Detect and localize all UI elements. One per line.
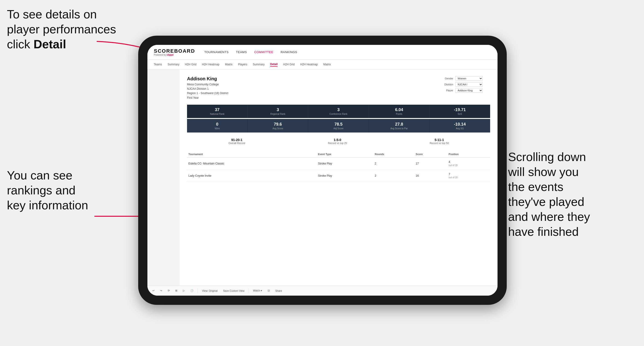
- record-top25-label: Record vs top 25: [328, 142, 347, 145]
- stat-avg-sg-label: Avg SG: [432, 127, 488, 130]
- toolbar-redo[interactable]: ↪: [159, 289, 164, 293]
- toolbar-grid[interactable]: ⊞: [174, 289, 179, 293]
- player-year: First Year: [187, 96, 228, 100]
- rounds-2: 2: [373, 170, 414, 182]
- record-top25: 1-5-0 Record vs top 25: [328, 138, 347, 145]
- subnav-summary[interactable]: Summary: [168, 63, 179, 66]
- player-name: Addison King: [187, 76, 228, 81]
- filter-gender-select[interactable]: Women Men: [455, 76, 483, 81]
- filter-gender-label: Gender: [440, 77, 453, 80]
- position-value-2: 7: [449, 173, 450, 176]
- stat-avg-score-label: Avg Score: [250, 127, 306, 130]
- table-body: Estella CC- Mountain Classic Stroke Play…: [187, 157, 490, 182]
- subnav-h2h-heatmap2[interactable]: H2H Heatmap: [300, 63, 318, 66]
- nav-items: TOURNAMENTS TEAMS COMMITTEE RANKINGS: [204, 50, 297, 54]
- nav-rankings[interactable]: RANKINGS: [280, 50, 297, 54]
- table-header-row: Tournament Event Type Rounds Score Posit…: [187, 151, 490, 158]
- stat-national-rank: 37 National Rank: [187, 105, 248, 118]
- stat-conference-rank-value: 3: [310, 107, 367, 112]
- stat-national-rank-label: National Rank: [189, 113, 246, 115]
- logo-powered: Powered by clippd: [154, 54, 195, 56]
- toolbar-play[interactable]: ▷: [182, 289, 186, 293]
- stat-regional-rank-label: Regional Rank: [250, 113, 306, 115]
- stat-sos: -19.71 SoS: [430, 105, 490, 118]
- toolbar-watch[interactable]: Watch ▾: [252, 289, 264, 293]
- stats-grid-1: 37 National Rank 3 Regional Rank 3 Confe…: [187, 105, 490, 118]
- subnav-matrix[interactable]: Matrix: [225, 63, 233, 66]
- toolbar-clock[interactable]: 🕐: [189, 289, 195, 293]
- col-position: Position: [447, 151, 490, 158]
- stat-wins-label: Wins: [189, 127, 246, 130]
- toolbar-undo[interactable]: ↩: [151, 289, 156, 293]
- nav-tournaments[interactable]: TOURNAMENTS: [204, 50, 229, 54]
- record-overall-label: Overall Record: [228, 142, 245, 145]
- toolbar-refresh[interactable]: ⟳: [166, 289, 171, 293]
- toolbar-view-original[interactable]: View: Original: [200, 289, 219, 293]
- stat-points-label: Points: [371, 113, 428, 115]
- stat-avg-score: 79.6 Avg Score: [248, 119, 308, 133]
- filter-gender-row: Gender Women Men: [440, 76, 490, 81]
- nav-teams[interactable]: TEAMS: [236, 50, 247, 54]
- stat-conference-rank: 3 Conference Rank: [308, 105, 369, 118]
- player-filters: Gender Women Men Division NJCAA I: [440, 76, 490, 93]
- stat-conference-rank-label: Conference Rank: [310, 113, 367, 115]
- sub-nav: Teams Summary H2H Grid H2H Heatmap Matri…: [148, 60, 498, 70]
- toolbar-sep-1: [198, 289, 198, 293]
- record-overall-value: 91-20-1: [228, 138, 245, 142]
- toolbar-screen[interactable]: ⊡: [266, 289, 271, 293]
- left-sidebar: [148, 70, 180, 286]
- stat-adj-score-value: 78.5: [310, 122, 367, 127]
- stat-avg-sg-value: -10.14: [432, 122, 488, 127]
- tablet: SCOREBOARD Powered by clippd TOURNAMENTS…: [138, 36, 507, 305]
- player-info: Addison King Mesa Community College NJCA…: [187, 76, 228, 100]
- app-content: SCOREBOARD Powered by clippd TOURNAMENTS…: [148, 45, 498, 296]
- filter-player-row: Player Addison King: [440, 88, 490, 93]
- col-rounds: Rounds: [373, 151, 414, 158]
- subnav-h2h-heatmap[interactable]: H2H Heatmap: [202, 63, 220, 66]
- stat-points-value: 6.04: [371, 107, 428, 112]
- stat-adj-score: 78.5 Adj Score: [308, 119, 369, 133]
- nav-committee[interactable]: COMMITTEE: [254, 50, 274, 54]
- position-sub-2: out of 20: [449, 176, 458, 179]
- filter-player-select[interactable]: Addison King: [455, 88, 483, 93]
- content-panel: Addison King Mesa Community College NJCA…: [180, 70, 498, 286]
- stat-regional-rank-value: 3: [250, 107, 306, 112]
- stat-regional-rank: 3 Regional Rank: [248, 105, 308, 118]
- table-row: Estella CC- Mountain Classic Stroke Play…: [187, 157, 490, 170]
- record-top50-label: Record vs top 50: [430, 142, 449, 145]
- stat-avg-score-par-value: 27.8: [371, 122, 428, 127]
- subnav-matrix2[interactable]: Matrix: [324, 63, 331, 66]
- tablet-screen: SCOREBOARD Powered by clippd TOURNAMENTS…: [148, 45, 498, 296]
- score-1: 17: [414, 157, 447, 170]
- subnav-players[interactable]: Players: [238, 63, 247, 66]
- score-2: 16: [414, 170, 447, 182]
- subnav-summary2[interactable]: Summary: [253, 63, 264, 66]
- stat-avg-score-par: 27.8 Avg Score to Par: [369, 119, 430, 133]
- stats-grid-2: 0 Wins 79.6 Avg Score 78.5 Adj Score 2: [187, 119, 490, 133]
- table-row: Lady Coyote Invite Stroke Play 2 16 7 ou…: [187, 170, 490, 182]
- stat-avg-sg: -10.14 Avg SG: [430, 119, 490, 133]
- position-sub-1: out of 20: [449, 164, 458, 167]
- record-top50-value: 5-11-1: [430, 138, 449, 142]
- subnav-h2h-grid[interactable]: H2H Grid: [185, 63, 196, 66]
- subnav-detail[interactable]: Detail: [270, 63, 278, 67]
- filter-division-row: Division NJCAA I NJCAA II: [440, 82, 490, 87]
- stat-wins: 0 Wins: [187, 119, 248, 133]
- table-header: Tournament Event Type Rounds Score Posit…: [187, 151, 490, 158]
- rounds-1: 2: [373, 157, 414, 170]
- top-nav: SCOREBOARD Powered by clippd TOURNAMENTS…: [148, 45, 498, 60]
- filter-division-select[interactable]: NJCAA I NJCAA II: [455, 82, 483, 87]
- logo-area: SCOREBOARD Powered by clippd: [154, 48, 195, 56]
- col-event-type: Event Type: [316, 151, 373, 158]
- subnav-teams[interactable]: Teams: [154, 63, 162, 66]
- subnav-h2h-grid2[interactable]: H2H Grid: [283, 63, 294, 66]
- stat-avg-score-value: 79.6: [250, 122, 306, 127]
- toolbar-save-custom[interactable]: Save Custom View: [222, 289, 246, 293]
- toolbar-share[interactable]: Share: [274, 289, 283, 293]
- tournament-name-2: Lady Coyote Invite: [187, 170, 316, 182]
- stat-sos-value: -19.71: [432, 107, 488, 112]
- position-value-1: 4: [449, 160, 450, 164]
- record-overall: 91-20-1 Overall Record: [228, 138, 245, 145]
- position-2: 7 out of 20: [447, 170, 490, 182]
- bottom-toolbar: ↩ ↪ ⟳ ⊞ ▷ 🕐 View: Original Save Custom V…: [148, 286, 498, 296]
